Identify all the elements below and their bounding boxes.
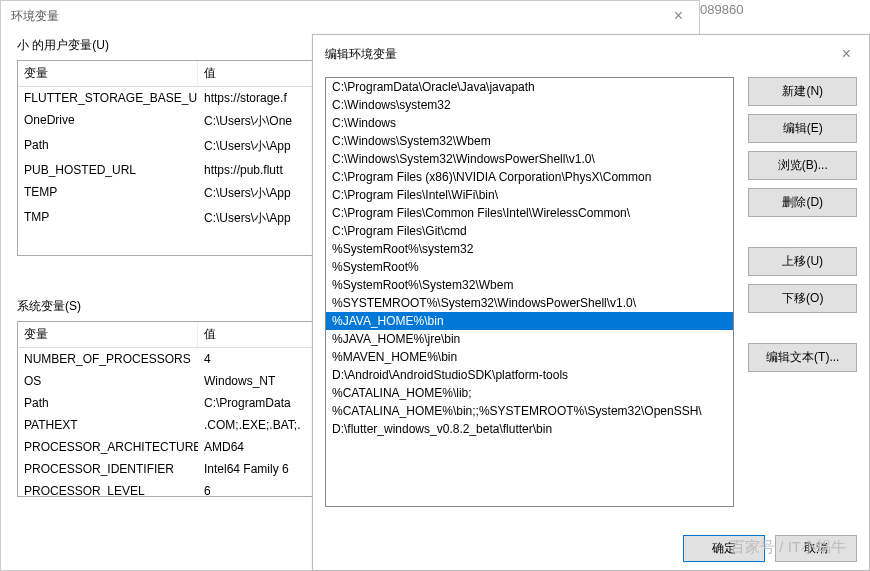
list-item[interactable]: D:\flutter_windows_v0.8.2_beta\flutter\b… — [326, 420, 733, 438]
var-name: PROCESSOR_IDENTIFIER — [18, 460, 198, 478]
new-button[interactable]: 新建(N) — [748, 77, 857, 106]
list-item[interactable]: C:\Windows — [326, 114, 733, 132]
list-item[interactable]: %SystemRoot%\System32\Wbem — [326, 276, 733, 294]
button-column: 新建(N) 编辑(E) 浏览(B)... 删除(D) 上移(U) 下移(O) 编… — [748, 77, 857, 525]
edit-dialog-title: 编辑环境变量 — [325, 46, 397, 63]
var-name: OneDrive — [18, 111, 198, 132]
list-item[interactable]: %JAVA_HOME%\jre\bin — [326, 330, 733, 348]
list-item[interactable]: C:\Program Files (x86)\NVIDIA Corporatio… — [326, 168, 733, 186]
var-name: PUB_HOSTED_URL — [18, 161, 198, 179]
var-name: PROCESSOR_LEVEL — [18, 482, 198, 497]
list-item[interactable]: %MAVEN_HOME%\bin — [326, 348, 733, 366]
list-item[interactable]: %SYSTEMROOT%\System32\WindowsPowerShell\… — [326, 294, 733, 312]
browse-button[interactable]: 浏览(B)... — [748, 151, 857, 180]
var-name: NUMBER_OF_PROCESSORS — [18, 350, 198, 368]
env-window-titlebar: 环境变量 × — [1, 1, 699, 31]
list-item[interactable]: %CATALINA_HOME%\bin;;%SYSTEMROOT%\System… — [326, 402, 733, 420]
cancel-button[interactable]: 取消 — [775, 535, 857, 562]
list-item[interactable]: %SystemRoot% — [326, 258, 733, 276]
edit-dialog-titlebar: 编辑环境变量 × — [313, 35, 869, 71]
list-item[interactable]: C:\Windows\System32\WindowsPowerShell\v1… — [326, 150, 733, 168]
ok-button[interactable]: 确定 — [683, 535, 765, 562]
list-item[interactable]: %CATALINA_HOME%\lib; — [326, 384, 733, 402]
edit-env-dialog: 编辑环境变量 × C:\ProgramData\Oracle\Java\java… — [312, 34, 870, 571]
list-item[interactable]: C:\Program Files\Common Files\Intel\Wire… — [326, 204, 733, 222]
var-name: Path — [18, 394, 198, 412]
list-item[interactable]: D:\Android\AndroidStudioSDK\platform-too… — [326, 366, 733, 384]
env-window-title: 环境变量 — [11, 8, 59, 25]
var-name: OS — [18, 372, 198, 390]
close-icon[interactable]: × — [836, 45, 857, 63]
list-item[interactable]: C:\ProgramData\Oracle\Java\javapath — [326, 78, 733, 96]
var-name: TMP — [18, 208, 198, 229]
list-item[interactable]: %SystemRoot%\system32 — [326, 240, 733, 258]
close-icon[interactable]: × — [668, 7, 689, 25]
stray-text: 089860 — [700, 2, 743, 17]
var-name: PATHEXT — [18, 416, 198, 434]
var-name: FLUTTER_STORAGE_BASE_U — [18, 89, 198, 107]
col-variable: 变量 — [18, 61, 198, 86]
list-item[interactable]: C:\Program Files\Git\cmd — [326, 222, 733, 240]
dialog-footer: 确定 取消 — [683, 527, 857, 570]
col-variable: 变量 — [18, 322, 198, 347]
delete-button[interactable]: 删除(D) — [748, 188, 857, 217]
list-item[interactable]: C:\Windows\system32 — [326, 96, 733, 114]
edit-button[interactable]: 编辑(E) — [748, 114, 857, 143]
list-item[interactable]: C:\Windows\System32\Wbem — [326, 132, 733, 150]
edit-text-button[interactable]: 编辑文本(T)... — [748, 343, 857, 372]
move-up-button[interactable]: 上移(U) — [748, 247, 857, 276]
list-item[interactable]: C:\Program Files\Intel\WiFi\bin\ — [326, 186, 733, 204]
path-list[interactable]: C:\ProgramData\Oracle\Java\javapathC:\Wi… — [325, 77, 734, 507]
move-down-button[interactable]: 下移(O) — [748, 284, 857, 313]
var-name: TEMP — [18, 183, 198, 204]
var-name: PROCESSOR_ARCHITECTURE — [18, 438, 198, 456]
list-item[interactable]: %JAVA_HOME%\bin — [326, 312, 733, 330]
var-name: Path — [18, 136, 198, 157]
